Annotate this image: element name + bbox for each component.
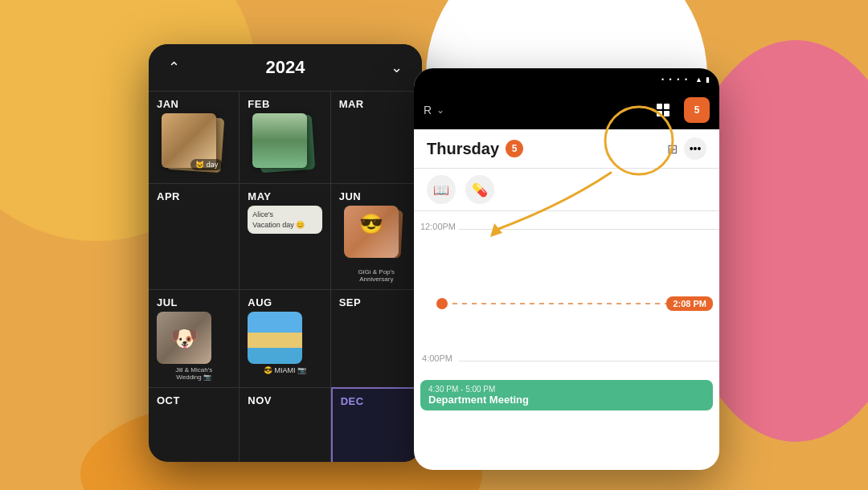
svg-rect-2 xyxy=(657,111,662,116)
timeslot-4pm: 4:00PM xyxy=(414,345,719,377)
month-nov[interactable]: NOV xyxy=(240,387,330,462)
chevron-down-icon[interactable]: ⌄ xyxy=(436,104,444,116)
pill-icon: 💊 xyxy=(472,182,488,198)
aug-event-label: 😎 MIAMI 📷 xyxy=(248,366,321,374)
time-label-4pm: 4:00PM xyxy=(414,353,459,363)
feb-photo-stack xyxy=(252,113,317,174)
month-dec[interactable]: DEC xyxy=(331,387,422,462)
month-jul[interactable]: JUL Jill & Micah'sWedding 📷 xyxy=(149,289,240,387)
svg-rect-3 xyxy=(664,111,669,116)
status-dots: • • • • xyxy=(661,76,689,84)
month-jan[interactable]: JAN 🐱 day xyxy=(149,91,240,183)
current-time-line xyxy=(452,303,666,304)
month-label-sep: SEP xyxy=(339,296,414,308)
current-time-row: 2:08 PM xyxy=(414,296,719,311)
month-label-jun: JUN xyxy=(339,190,414,202)
month-label-nov: NOV xyxy=(248,394,321,406)
months-grid: JAN 🐱 day FEB MAR A xyxy=(149,91,422,462)
event-title: Department Meeting xyxy=(428,394,705,406)
current-time-badge: 2:08 PM xyxy=(666,296,713,311)
jun-event-label: GiGi & Pop'sAnniversary xyxy=(339,268,414,283)
fant-toolbar: R ⌄ 5 xyxy=(414,91,719,129)
prev-year-button[interactable]: ⌃ xyxy=(168,59,180,76)
month-label-dec: DEC xyxy=(341,395,414,407)
jul-event-label: Jill & Micah'sWedding 📷 xyxy=(157,366,231,381)
month-label-apr: APR xyxy=(157,190,231,202)
day-right: ⊞ ••• xyxy=(667,137,706,160)
jun-photo-front xyxy=(344,206,399,258)
jan-day-badge: 🐱 day xyxy=(190,159,223,170)
feb-photo-front xyxy=(252,113,307,168)
status-bar: • • • • ▲ ▮ xyxy=(414,68,719,91)
time-label-12pm: 12:00PM xyxy=(414,222,459,231)
calendar-header: ⌃ 2024 ⌄ xyxy=(149,44,422,91)
book-tool-button[interactable]: 📖 xyxy=(427,175,456,204)
fant-title-text: R xyxy=(424,104,432,116)
more-options-button[interactable]: ••• xyxy=(684,137,706,160)
day-label: Thursday xyxy=(427,140,499,158)
calendar-year: 2024 xyxy=(266,57,305,78)
fantastical-app: • • • • ▲ ▮ R ⌄ 5 xyxy=(414,68,719,470)
day-left: Thursday 5 xyxy=(427,140,523,158)
wifi-icon: ▲ xyxy=(695,76,702,84)
fant-title-area: R ⌄ xyxy=(424,104,642,116)
month-apr[interactable]: APR xyxy=(149,183,240,289)
aug-photo xyxy=(248,312,302,364)
grid-icon xyxy=(655,102,671,118)
month-label-jul: JUL xyxy=(157,296,231,308)
battery-icon: ▮ xyxy=(706,76,710,84)
month-label-mar: MAR xyxy=(339,98,414,110)
next-year-button[interactable]: ⌄ xyxy=(391,59,403,76)
month-label-may: MAY xyxy=(248,190,321,202)
department-meeting-event[interactable]: 4:30 PM - 5:00 PM Department Meeting xyxy=(420,380,713,410)
day-header: Thursday 5 ⊞ ••• xyxy=(414,129,719,169)
timeslot-12pm: 12:00PM xyxy=(414,211,719,247)
pill-tool-button[interactable]: 💊 xyxy=(465,175,494,204)
time-divider-4pm xyxy=(459,361,719,361)
month-label-feb: FEB xyxy=(248,98,321,110)
month-mar[interactable]: MAR xyxy=(331,91,422,183)
svg-rect-1 xyxy=(664,104,669,109)
time-divider-12pm xyxy=(459,229,719,230)
month-jun[interactable]: JUN GiGi & Pop'sAnniversary xyxy=(331,183,422,289)
month-sep[interactable]: SEP xyxy=(331,289,422,387)
may-event-pill: Alice'sVacation day 😊 xyxy=(248,206,321,234)
event-count-badge: 5 xyxy=(506,140,523,157)
book-icon: 📖 xyxy=(433,182,449,198)
grid-view-button[interactable] xyxy=(650,97,676,123)
svg-rect-0 xyxy=(657,104,662,109)
tools-bar: 📖 💊 xyxy=(414,169,719,211)
month-label-oct: OCT xyxy=(157,394,231,406)
badge-button[interactable]: 5 xyxy=(684,97,710,123)
badge-count: 5 xyxy=(694,104,700,116)
jun-photo-stack xyxy=(344,206,408,266)
current-time-dot xyxy=(436,298,448,309)
small-grid-icon[interactable]: ⊞ xyxy=(667,141,678,157)
jul-photo xyxy=(157,312,211,364)
month-label-aug: AUG xyxy=(248,296,321,308)
event-time: 4:30 PM - 5:00 PM xyxy=(428,385,705,394)
calendar-app: ⌃ 2024 ⌄ JAN 🐱 day FEB xyxy=(149,44,422,462)
empty-timeslot-1 xyxy=(414,247,719,295)
timeline: 12:00PM 2:08 PM 4:00PM 4 xyxy=(414,211,719,436)
month-oct[interactable]: OCT xyxy=(149,387,240,462)
empty-timeslot-2 xyxy=(414,312,719,345)
month-label-jan: JAN xyxy=(157,98,231,110)
month-feb[interactable]: FEB xyxy=(240,91,330,183)
jan-photo-stack: 🐱 day xyxy=(162,113,226,174)
month-may[interactable]: MAY Alice'sVacation day 😊 xyxy=(240,183,330,289)
month-aug[interactable]: AUG 😎 MIAMI 📷 xyxy=(240,289,330,387)
current-time-spacer xyxy=(414,298,452,309)
main-content: ⌃ 2024 ⌄ JAN 🐱 day FEB xyxy=(0,0,868,490)
